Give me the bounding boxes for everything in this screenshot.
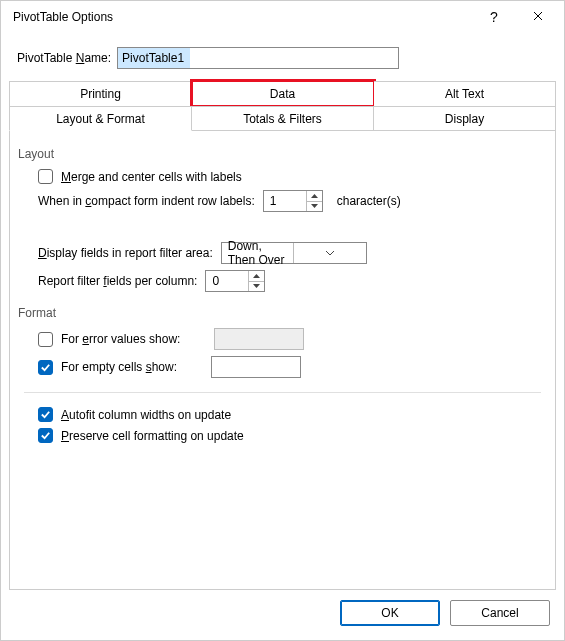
close-icon bbox=[533, 10, 543, 24]
reportfilter-spin-up[interactable] bbox=[249, 271, 264, 281]
empty-value-input[interactable] bbox=[211, 356, 301, 378]
close-button[interactable] bbox=[516, 1, 560, 33]
indent-input[interactable] bbox=[264, 191, 306, 211]
indent-spin-up[interactable] bbox=[307, 191, 322, 201]
indent-stepper[interactable] bbox=[263, 190, 323, 212]
name-row: PivotTable Name: bbox=[1, 33, 564, 81]
tab-printing[interactable]: Printing bbox=[9, 81, 192, 106]
cancel-button[interactable]: Cancel bbox=[450, 600, 550, 626]
tab-alt-text[interactable]: Alt Text bbox=[374, 81, 556, 106]
autofit-label[interactable]: Autofit column widths on update bbox=[61, 408, 231, 422]
error-row: For error values show: bbox=[38, 328, 541, 350]
merge-checkbox[interactable] bbox=[38, 169, 53, 184]
pivottable-options-dialog: PivotTable Options ? PivotTable Name: Pr… bbox=[0, 0, 565, 641]
indent-row: When in compact form indent row labels: … bbox=[38, 190, 541, 212]
format-group-label: Format bbox=[18, 306, 541, 320]
displayfields-select[interactable]: Down, Then Over bbox=[221, 242, 367, 264]
name-label: PivotTable Name: bbox=[17, 51, 111, 65]
empty-row: For empty cells show: bbox=[38, 356, 541, 378]
autofit-checkbox[interactable] bbox=[38, 407, 53, 422]
pivottable-name-input[interactable] bbox=[117, 47, 399, 69]
chevron-down-icon bbox=[293, 243, 366, 263]
indent-spin-down[interactable] bbox=[307, 201, 322, 212]
tab-data[interactable]: Data bbox=[192, 81, 374, 106]
indent-label: When in compact form indent row labels: bbox=[38, 194, 255, 208]
reportfilter-row: Report filter fields per column: bbox=[38, 270, 541, 292]
empty-checkbox[interactable] bbox=[38, 360, 53, 375]
tabstrip: Printing Data Alt Text Layout & Format T… bbox=[9, 81, 556, 131]
autofit-row: Autofit column widths on update bbox=[38, 407, 541, 422]
error-value-input bbox=[214, 328, 304, 350]
tab-totals-filters[interactable]: Totals & Filters bbox=[192, 106, 374, 131]
empty-label[interactable]: For empty cells show: bbox=[61, 360, 177, 374]
indent-suffix: character(s) bbox=[337, 194, 401, 208]
help-button[interactable]: ? bbox=[472, 1, 516, 33]
dialog-footer: OK Cancel bbox=[1, 590, 564, 640]
reportfilter-spin-down[interactable] bbox=[249, 281, 264, 292]
reportfilter-input[interactable] bbox=[206, 271, 248, 291]
displayfields-label: Display fields in report filter area: bbox=[38, 246, 213, 260]
preserve-label[interactable]: Preserve cell formatting on update bbox=[61, 429, 244, 443]
merge-label[interactable]: Merge and center cells with labels bbox=[61, 170, 242, 184]
tab-layout-format[interactable]: Layout & Format bbox=[9, 106, 192, 131]
dialog-title: PivotTable Options bbox=[13, 10, 113, 24]
preserve-checkbox[interactable] bbox=[38, 428, 53, 443]
merge-row: Merge and center cells with labels bbox=[38, 169, 541, 184]
reportfilter-stepper[interactable] bbox=[205, 270, 265, 292]
ok-button[interactable]: OK bbox=[340, 600, 440, 626]
help-icon: ? bbox=[490, 9, 498, 25]
tab-panel-layout-format: Layout Merge and center cells with label… bbox=[9, 131, 556, 590]
displayfields-value: Down, Then Over bbox=[222, 239, 294, 267]
preserve-row: Preserve cell formatting on update bbox=[38, 428, 541, 443]
displayfields-row: Display fields in report filter area: Do… bbox=[38, 242, 541, 264]
error-label[interactable]: For error values show: bbox=[61, 332, 180, 346]
separator bbox=[24, 392, 541, 393]
titlebar: PivotTable Options ? bbox=[1, 1, 564, 33]
error-checkbox[interactable] bbox=[38, 332, 53, 347]
reportfilter-label: Report filter fields per column: bbox=[38, 274, 197, 288]
tab-display[interactable]: Display bbox=[374, 106, 556, 131]
layout-group-label: Layout bbox=[18, 147, 541, 161]
